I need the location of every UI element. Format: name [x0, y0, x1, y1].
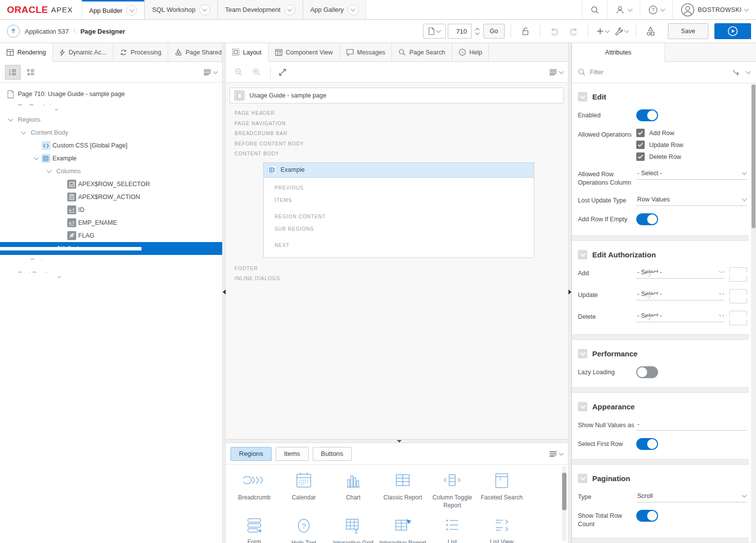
lock-button[interactable] — [517, 24, 534, 39]
chevron-right-icon[interactable] — [0, 247, 142, 250]
gallery-item-list-view[interactable]: List View — [477, 516, 526, 543]
order-view-button[interactable]: 12 — [5, 65, 21, 80]
gallery-splitter[interactable] — [226, 439, 568, 443]
chevron-down-icon[interactable] — [47, 170, 51, 172]
gallery-scrollbar[interactable] — [562, 466, 567, 541]
layout-slot-page-navigation[interactable]: PAGE NAVIGATION — [230, 119, 564, 129]
zoom-out-button[interactable] — [231, 65, 246, 80]
tab-app-gallery[interactable]: App Gallery — [303, 0, 366, 19]
help-menu-button[interactable]: ? — [640, 0, 672, 19]
pagination-type-select[interactable]: Scroll — [636, 491, 747, 502]
tab-team-development[interactable]: Team Development — [218, 0, 303, 19]
chevron-down-icon[interactable] — [348, 4, 359, 15]
tree-item-column-flag[interactable]: FLAG — [0, 229, 222, 242]
gallery-tab-buttons[interactable]: Buttons — [313, 447, 352, 461]
checkbox-checked-icon[interactable] — [636, 141, 645, 149]
tree-item-column-row-selector[interactable]: APEX$ROW_SELECTOR — [0, 178, 222, 191]
layout-slot-content-body[interactable]: CONTENT BODY — [230, 149, 564, 159]
chevron-down-icon[interactable] — [126, 5, 137, 16]
gallery-tab-regions[interactable]: Regions — [231, 447, 272, 461]
collapse-section-icon[interactable] — [578, 349, 587, 358]
chevron-down-icon[interactable] — [35, 157, 38, 159]
gallery-item-interactive-report[interactable]: Interactive Report — [378, 516, 427, 543]
lost-update-type-select[interactable]: Row Values — [636, 195, 747, 206]
region-slot-region-content[interactable]: REGION CONTENT — [269, 210, 529, 223]
chevron-down-icon[interactable] — [22, 132, 25, 134]
tree-item-custom-css[interactable]: Custom CSS [Global Page] — [0, 139, 222, 152]
tab-dynamic-actions[interactable]: Dynamic Ac... — [53, 43, 113, 61]
expand-button[interactable] — [275, 65, 290, 80]
layout-menu-button[interactable] — [549, 69, 563, 75]
create-menu-button[interactable] — [594, 24, 611, 39]
chevron-down-icon[interactable] — [747, 71, 750, 73]
update-row-checkbox-row[interactable]: Update Row — [636, 141, 683, 149]
tree-item-regions[interactable]: Regions — [0, 113, 222, 126]
tree-item-pre-rendering[interactable]: Pre-Rendering — [0, 100, 222, 113]
go-to-application-button[interactable] — [7, 25, 20, 38]
add-row-checkbox-row[interactable]: Add Row — [636, 129, 683, 137]
gallery-item-column-toggle-report[interactable]: Column Toggle Report — [427, 471, 477, 509]
layout-slot-before-content-body[interactable]: BEFORE CONTENT BODY — [230, 139, 564, 149]
attributes-scrollbar-thumb[interactable] — [752, 85, 756, 228]
quick-pick-button[interactable] — [729, 311, 747, 325]
shared-components-button[interactable] — [642, 24, 659, 39]
enabled-toggle[interactable] — [636, 109, 658, 121]
region-slot-sub-regions[interactable]: SUB REGIONS — [269, 223, 529, 235]
select-first-row-toggle[interactable] — [636, 438, 658, 450]
breadcrumb-application[interactable]: Application 537 — [25, 28, 69, 35]
delete-row-checkbox-row[interactable]: Delete Row — [636, 152, 683, 161]
gallery-item-interactive-grid[interactable]: Interactive Grid — [329, 516, 378, 543]
region-slot-items[interactable]: ITEMS — [269, 194, 529, 206]
chevron-down-icon[interactable] — [284, 4, 295, 15]
region-slot-previous[interactable]: PREVIOUS — [269, 182, 529, 194]
collapse-section-icon[interactable] — [578, 92, 587, 101]
layout-region-example-header[interactable]: Example — [264, 163, 534, 178]
gallery-item-form[interactable]: Form — [230, 516, 279, 543]
quick-pick-button[interactable] — [729, 267, 747, 282]
tree-item-page[interactable]: Page 710: Usage Guide - sample page — [0, 88, 222, 100]
tree-item-column-emp-ename[interactable]: A EMP_ENAME — [0, 216, 222, 229]
show-null-values-input[interactable] — [636, 419, 747, 431]
tree-item-content-body[interactable]: Content Body — [0, 126, 222, 139]
tree-item-column-id[interactable]: A ID — [0, 203, 222, 216]
group-view-button[interactable] — [23, 65, 39, 80]
allowed-row-operations-column-select[interactable]: - Select - — [636, 168, 747, 180]
chevron-right-icon[interactable] — [0, 260, 116, 263]
global-search-button[interactable] — [582, 0, 607, 19]
chevron-right-icon[interactable] — [0, 273, 103, 276]
feedback-menu-button[interactable] — [607, 0, 640, 19]
tab-component-view[interactable]: Component View — [269, 43, 340, 61]
tab-messages[interactable]: Messages — [340, 43, 392, 61]
gallery-item-help-text[interactable]: ? Help Text — [279, 516, 329, 543]
tab-processing[interactable]: Processing — [113, 43, 168, 61]
undo-button[interactable] — [546, 24, 563, 39]
tree-item-example-region[interactable]: Example — [0, 152, 222, 165]
gallery-item-chart[interactable]: Chart — [329, 471, 378, 509]
tab-app-builder[interactable]: App Builder — [82, 0, 144, 19]
tab-help[interactable]: ? Help — [452, 43, 489, 61]
collapse-section-icon[interactable] — [578, 474, 587, 483]
right-splitter[interactable] — [568, 43, 571, 543]
gallery-item-breadcrumb[interactable]: Breadcrumb — [230, 471, 279, 509]
chevron-right-icon[interactable] — [0, 105, 103, 109]
layout-slot-footer[interactable]: FOOTER — [230, 264, 564, 274]
attributes-scrollbar[interactable] — [751, 84, 756, 543]
left-splitter[interactable] — [222, 43, 226, 543]
save-button[interactable]: Save — [668, 23, 709, 39]
attributes-filter-input[interactable] — [590, 69, 729, 76]
layout-slot-inline-dialogs[interactable]: INLINE DIALOGS — [230, 274, 564, 284]
chevron-down-icon[interactable] — [199, 4, 210, 15]
tree-item-column-row-action[interactable]: APEX$ROW_ACTION — [0, 191, 222, 203]
layout-page-node[interactable]: Usage Guide - sample page — [230, 88, 564, 103]
page-number-input[interactable] — [448, 24, 472, 39]
layout-slot-breadcrumb-bar[interactable]: BREADCRUMB BAR — [230, 129, 564, 139]
tree-menu-button[interactable] — [203, 69, 217, 75]
gallery-item-faceted-search[interactable]: Faceted Search — [477, 471, 526, 509]
page-number-stepper[interactable] — [473, 24, 481, 39]
lazy-loading-toggle[interactable] — [636, 366, 658, 378]
run-page-button[interactable] — [714, 23, 751, 39]
redo-button[interactable] — [565, 24, 582, 39]
region-slot-next[interactable]: NEXT — [269, 239, 529, 251]
gallery-scrollbar-thumb[interactable] — [562, 473, 567, 510]
tab-layout[interactable]: Layout — [226, 43, 269, 62]
